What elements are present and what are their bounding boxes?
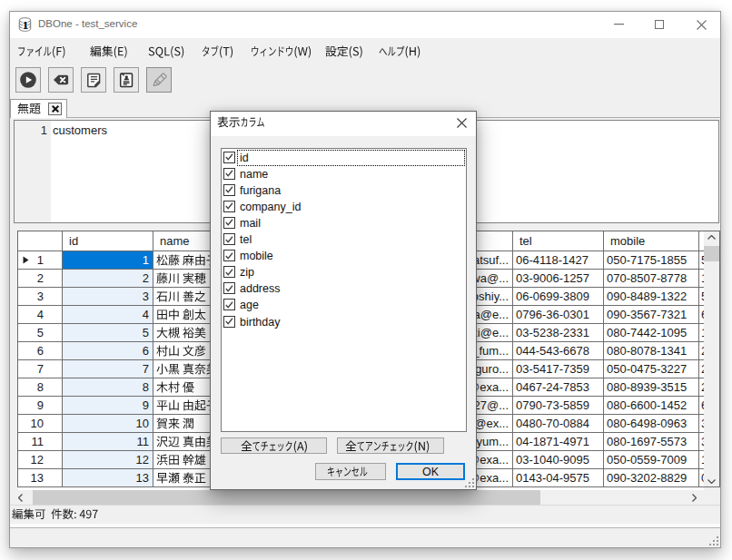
- svg-text:1: 1: [23, 18, 29, 32]
